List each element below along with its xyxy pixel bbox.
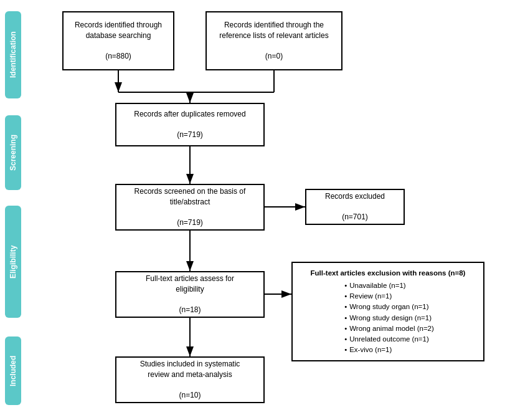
exclusion-item: •Unrelated outcome (n=1) — [344, 334, 434, 344]
exclusion-reasons-box: Full-text articles exclusion with reason… — [291, 262, 484, 361]
exclusion-item: •Review (n=1) — [344, 291, 434, 301]
screening-label: Screening — [5, 115, 21, 190]
screened-text: Records screened on the basis of — [135, 186, 246, 197]
ref-search-count: (n=0) — [265, 51, 283, 62]
db-search-text2: database searching — [86, 31, 151, 41]
included-box: Studies included in systematic review an… — [115, 356, 265, 403]
ref-search-text2: reference lists of relevant articles — [219, 31, 328, 41]
excluded-text: Records excluded — [325, 191, 385, 202]
exclusion-item: •Ex-vivo (n=1) — [344, 345, 434, 355]
fulltext-count: (n=18) — [179, 305, 201, 315]
after-dupes-count: (n=719) — [177, 130, 203, 140]
db-search-text: Records identified through — [75, 20, 162, 31]
included-text: Studies included in systematic — [140, 359, 240, 370]
included-label: Included — [5, 336, 21, 405]
eligibility-label: Eligibility — [5, 206, 21, 318]
prisma-diagram: Identification Screening Eligibility Inc… — [0, 0, 510, 420]
included-text2: review and meta-analysis — [148, 370, 232, 380]
identification-label: Identification — [5, 11, 21, 98]
exclusion-title: Full-text articles exclusion with reason… — [311, 268, 466, 278]
after-dupes-text: Records after duplicates removed — [134, 109, 245, 120]
after-dupes-box: Records after duplicates removed (n=719) — [115, 103, 265, 146]
screened-count: (n=719) — [177, 217, 203, 228]
exclusion-item: •Wrong study organ (n=1) — [344, 302, 434, 312]
ref-search-box: Records identified through the reference… — [205, 11, 342, 70]
excluded-count: (n=701) — [342, 212, 368, 222]
db-search-box: Records identified through database sear… — [62, 11, 174, 70]
screened-text2: title/abstract — [170, 197, 210, 208]
excluded-box: Records excluded (n=701) — [305, 189, 405, 225]
fulltext-text2: eligibility — [176, 284, 204, 295]
exclusion-item: •Wrong animal model (n=2) — [344, 323, 434, 333]
screened-box: Records screened on the basis of title/a… — [115, 184, 265, 231]
fulltext-text: Full-text articles assess for — [146, 274, 234, 284]
db-search-count: (n=880) — [105, 51, 131, 62]
fulltext-box: Full-text articles assess for eligibilit… — [115, 271, 265, 318]
ref-search-text: Records identified through the — [224, 20, 324, 31]
exclusion-item: •Wrong study design (n=1) — [344, 313, 434, 323]
exclusion-item: •Unavailable (n=1) — [344, 280, 434, 290]
exclusion-items: •Unavailable (n=1)•Review (n=1)•Wrong st… — [342, 280, 434, 355]
included-count: (n=10) — [179, 390, 201, 401]
